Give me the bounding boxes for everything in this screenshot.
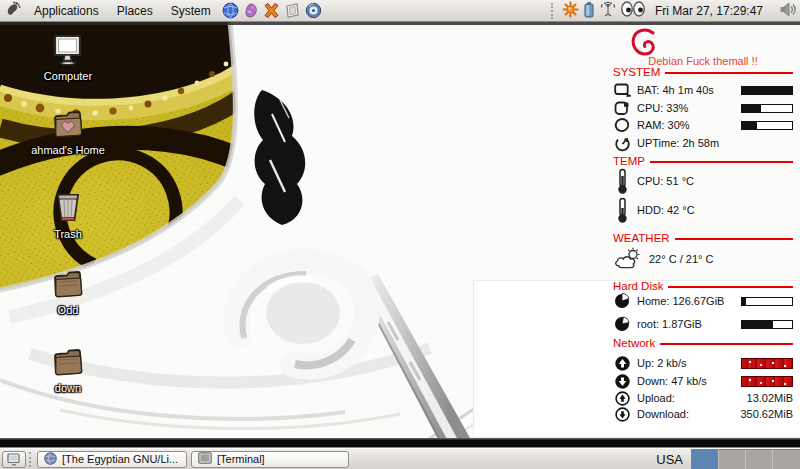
keyboard-layout-indicator[interactable]: USA: [656, 452, 691, 467]
cpu-label: CPU: 33%: [637, 102, 688, 114]
sun-cloud-icon: [613, 247, 643, 271]
workspace-3[interactable]: [746, 450, 773, 469]
conky-row-cpu-temp: CPU: 51 °C: [613, 168, 793, 194]
up-arrow-filled-icon: [613, 356, 631, 371]
menu-system-label: System: [171, 4, 211, 18]
top-panel-status-area: Fri Mar 27, 17:29:47: [548, 1, 800, 21]
volume-icon[interactable]: [779, 1, 797, 21]
conky-row-cpu: CPU: 33%: [613, 100, 793, 116]
battery-icon[interactable]: [583, 1, 595, 21]
desktop-icon-label: down: [26, 382, 110, 394]
browser-window-icon: [44, 452, 57, 467]
conky-row-up: Up: 2 kb/s: [613, 355, 793, 371]
uptime-clock-icon: [613, 135, 631, 152]
show-desktop-button[interactable]: [2, 451, 26, 468]
workspace-4[interactable]: [773, 450, 800, 469]
down-speed-graph: [741, 376, 793, 387]
desktop-area[interactable]: Computer ahmad's Home Tra: [0, 22, 800, 448]
computer-icon: [26, 34, 110, 68]
conky-row-download: Download: 350.62MiB: [613, 406, 793, 422]
conky-row-root-disk: root: 1.87GiB: [613, 316, 793, 332]
folder-icon: [26, 268, 110, 302]
terminal-window-icon: [198, 452, 212, 466]
conky-section-system: SYSTEM: [613, 66, 793, 78]
window-list-handle[interactable]: [29, 452, 34, 467]
panel-clock[interactable]: Fri Mar 27, 17:29:47: [649, 4, 769, 18]
workspace-2[interactable]: [719, 450, 746, 469]
upload-label: Upload:: [637, 392, 675, 404]
section-header-label: Network: [613, 337, 655, 349]
media-player-icon[interactable]: [305, 2, 322, 19]
section-header-label: SYSTEM: [613, 66, 660, 78]
projector-icon[interactable]: [284, 2, 301, 19]
desktop-icon-label: Computer: [26, 70, 110, 82]
bottom-panel: [The Egyptian GNU/Li... [Terminal] USA: [0, 448, 800, 469]
down-arrow-filled-icon: [613, 374, 631, 389]
conky-row-home-disk: Home: 126.67GiB: [613, 293, 793, 309]
conky-row-uptime: UPTime: 2h 58m: [613, 135, 793, 151]
window-title: [The Egyptian GNU/Li...: [62, 453, 178, 465]
cpu-bar: [741, 104, 793, 113]
battery-bar: [741, 86, 793, 95]
desktop-icon-label: Odd: [26, 304, 110, 316]
conky-row-battery: BAT: 4h 1m 40s: [613, 82, 793, 98]
xchat-icon[interactable]: [263, 2, 280, 19]
workspace-1[interactable]: [692, 450, 719, 469]
conky-section-network: Network: [613, 337, 793, 349]
conky-row-ram: RAM: 30%: [613, 117, 793, 133]
section-header-label: TEMP: [613, 155, 645, 167]
applet-handle[interactable]: [551, 3, 555, 19]
menu-places-label: Places: [117, 4, 153, 18]
desktop-screen: Applications Places System: [0, 0, 800, 469]
show-desktop-icon: [7, 453, 21, 466]
workspace-switcher: [691, 449, 800, 469]
desktop-icon-odd[interactable]: Odd: [26, 268, 110, 316]
brightness-icon[interactable]: [562, 1, 579, 21]
root-disk-bar: [741, 320, 793, 329]
desktop-icon-computer[interactable]: Computer: [26, 34, 110, 82]
root-disk-label: root: 1.87GiB: [637, 318, 702, 330]
menu-places[interactable]: Places: [108, 0, 162, 22]
up-label: Up: 2 kb/s: [637, 357, 687, 369]
menu-system[interactable]: System: [162, 0, 220, 22]
conky-section-weather: WEATHER: [613, 232, 793, 244]
up-speed-graph: [741, 358, 793, 369]
window-button-terminal[interactable]: [Terminal]: [191, 451, 349, 468]
ram-bar: [741, 121, 793, 130]
wireless-icon[interactable]: [599, 1, 617, 21]
down-label: Down: 47 kb/s: [637, 375, 707, 387]
pidgin-icon[interactable]: [243, 2, 259, 19]
conky-row-weather: 22° C / 21° C: [613, 246, 793, 272]
cpu-icon: [613, 100, 631, 116]
launcher-icons: [222, 2, 322, 19]
download-value: 350.62MiB: [740, 408, 793, 420]
conky-row-hdd-temp: HDD: 42 °C: [613, 197, 793, 223]
battery-label: BAT: 4h 1m 40s: [637, 84, 714, 96]
folder-icon: [26, 346, 110, 380]
gnome-foot-icon[interactable]: [0, 1, 25, 21]
upload-value: 13.02MiB: [747, 392, 793, 404]
thermometer-icon: [613, 197, 631, 224]
eyes-icon[interactable]: [621, 1, 645, 20]
down-arrow-outline-icon: [613, 407, 631, 422]
conky-section-harddisk: Hard Disk: [613, 280, 793, 292]
top-panel: Applications Places System: [0, 0, 800, 22]
battery-status-icon: [613, 83, 631, 97]
window-title: [Terminal]: [217, 453, 265, 465]
desktop-icon-down[interactable]: down: [26, 346, 110, 394]
hdd-temp-label: HDD: 42 °C: [637, 204, 695, 216]
menu-applications[interactable]: Applications: [25, 0, 108, 22]
weather-value: 22° C / 21° C: [649, 253, 713, 265]
uptime-label: UPTime: 2h 58m: [637, 137, 719, 149]
disk-pie-icon: [613, 316, 631, 332]
thermometer-icon: [613, 168, 631, 195]
web-browser-icon[interactable]: [222, 2, 239, 19]
desktop-icon-trash[interactable]: Trash: [26, 190, 110, 240]
cpu-temp-label: CPU: 51 °C: [637, 175, 694, 187]
section-header-label: WEATHER: [613, 232, 670, 244]
disk-pie-icon: [613, 293, 631, 309]
home-disk-bar: [741, 297, 793, 306]
window-button-browser[interactable]: [The Egyptian GNU/Li...: [37, 451, 187, 468]
desktop-icon-home[interactable]: ahmad's Home: [26, 108, 110, 156]
desktop-icon-label: Trash: [26, 228, 110, 240]
